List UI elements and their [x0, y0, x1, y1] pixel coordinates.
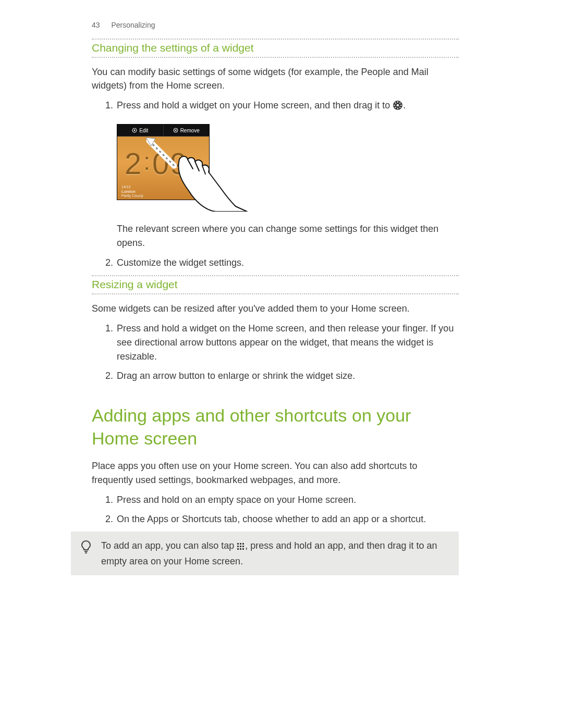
phone-frame: Edit Remove 2:09 14 — [117, 124, 210, 200]
section3-step1: Press and hold on an empty space on your… — [116, 493, 459, 507]
phone-toolbar: Edit Remove — [117, 125, 209, 137]
section1-step1: Press and hold a widget on your Home scr… — [116, 98, 459, 249]
section3-steps: Press and hold on an empty space on your… — [92, 493, 459, 526]
svg-rect-24 — [240, 546, 241, 547]
step1-pre: Press and hold a widget on your Home scr… — [117, 100, 393, 110]
clock-colon: : — [142, 148, 152, 175]
page-number: 43 — [92, 21, 100, 29]
tip-pre: To add an app, you can also tap — [101, 540, 237, 551]
section3-intro: Place apps you often use on your Home sc… — [92, 459, 459, 486]
close-icon — [173, 128, 178, 133]
svg-rect-22 — [242, 543, 244, 545]
toolbar-edit: Edit — [117, 125, 164, 136]
clock-h: 2 — [125, 146, 142, 180]
clock-m: 09 — [152, 146, 188, 180]
svg-rect-26 — [237, 548, 239, 550]
svg-point-1 — [397, 104, 399, 106]
manual-page: 43 Personalizing Changing the settings o… — [0, 0, 563, 728]
section2-intro: Some widgets can be resized after you've… — [92, 302, 459, 315]
location-block: 14/13 London Partly Cloudy — [121, 185, 143, 198]
section3-step2: On the Apps or Shortcuts tab, choose whe… — [116, 512, 459, 526]
tip-text: To add an app, you can also tap , press … — [101, 539, 449, 568]
svg-rect-20 — [237, 543, 239, 545]
edit-label: Edit — [139, 127, 148, 134]
section-title-resizing: Resizing a widget — [92, 275, 459, 294]
temperature: 9° / 4° — [192, 190, 205, 198]
svg-rect-28 — [242, 548, 244, 550]
section-title-changing-settings: Changing the settings of a widget — [92, 39, 459, 58]
date: 14/13 — [121, 185, 143, 189]
toolbar-remove: Remove — [164, 125, 210, 136]
section2-step1: Press and hold a widget on the Home scre… — [116, 322, 459, 364]
lightbulb-icon — [80, 539, 92, 558]
step1-post: . — [403, 100, 406, 110]
svg-rect-25 — [242, 546, 244, 547]
tip-box: To add an app, you can also tap , press … — [71, 532, 459, 575]
clock-time: 2:09 — [125, 141, 188, 186]
section-title-adding-apps: Adding apps and other shortcuts on your … — [92, 404, 459, 450]
section1-step2: Customize the widget settings. — [116, 256, 459, 270]
widget-area: 2:09 14/13 London Partly Cloudy 9° / 4° — [117, 137, 209, 200]
svg-rect-27 — [240, 548, 241, 550]
section2-step2: Drag an arrow button to enlarge or shrin… — [116, 369, 459, 383]
svg-rect-23 — [237, 546, 239, 547]
app-grid-icon — [237, 541, 245, 554]
section1-intro: You can modify basic settings of some wi… — [92, 65, 459, 92]
page-header: 43 Personalizing — [92, 21, 459, 29]
remove-label: Remove — [180, 127, 200, 134]
city: London — [121, 189, 143, 194]
section1-step1-followup: The relevant screen where you can change… — [117, 222, 459, 249]
section1-steps: Press and hold a widget on your Home scr… — [92, 98, 459, 269]
condition: Partly Cloudy — [121, 194, 143, 198]
widget-drag-illustration: Edit Remove 2:09 14 — [117, 124, 247, 213]
svg-point-11 — [134, 130, 136, 131]
section2-steps: Press and hold a widget on the Home scre… — [92, 322, 459, 383]
chapter-title: Personalizing — [111, 21, 155, 29]
svg-rect-21 — [240, 543, 241, 545]
gear-icon — [132, 128, 137, 133]
gear-target-icon — [393, 100, 403, 115]
